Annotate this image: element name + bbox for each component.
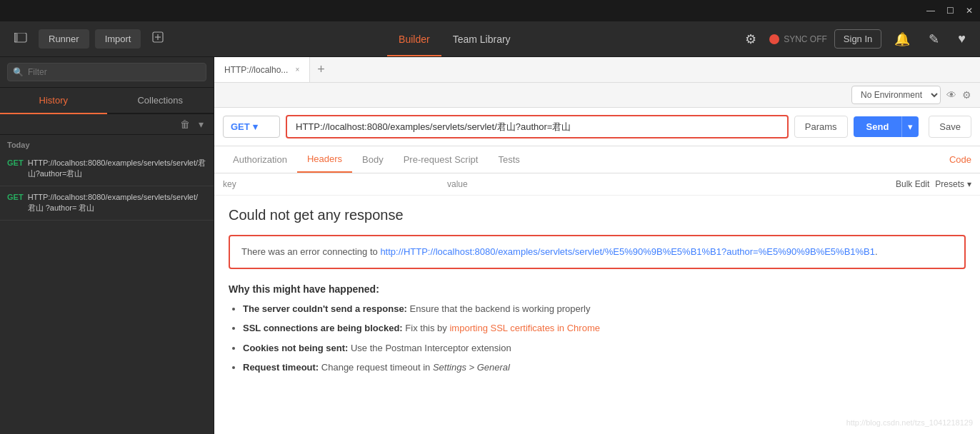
reason-text: Use the Postman Interceptor extension	[351, 343, 511, 353]
kv-header-row: key value Bulk Edit Presets ▾	[214, 173, 980, 196]
sub-tabs: Authorization Headers Body Pre-request S…	[214, 146, 980, 173]
sign-in-button[interactable]: Sign In	[834, 29, 881, 49]
list-item: The server couldn't send a response: Ens…	[243, 302, 966, 316]
environment-select[interactable]: No Environment	[851, 86, 941, 104]
method-badge: GET	[7, 158, 24, 167]
history-url: HTTP://localhost:8080/examples/servlets/…	[28, 192, 206, 214]
presets-label: Presets	[935, 179, 964, 189]
eye-icon-button[interactable]: 👁	[946, 89, 956, 101]
close-button[interactable]: ✕	[966, 6, 973, 16]
send-dropdown-button[interactable]: ▾	[901, 116, 919, 137]
list-item[interactable]: GET HTTP://localhost:8080/examples/servl…	[0, 186, 214, 221]
list-item: Request timeout: Change request timeout …	[243, 360, 966, 375]
request-response-area: HTTP://localho... × + No Environment 👁 ⚙…	[214, 57, 980, 434]
environment-bar: No Environment 👁 ⚙	[214, 83, 980, 108]
url-input[interactable]	[286, 115, 789, 138]
sidebar-tabs: History Collections	[0, 88, 214, 114]
runner-button[interactable]: Runner	[39, 29, 89, 49]
filter-input[interactable]	[7, 63, 206, 81]
tab-body[interactable]: Body	[352, 147, 394, 172]
svg-rect-1	[14, 33, 18, 42]
reason-strong: Request timeout:	[243, 362, 319, 373]
sync-area: SYNC OFF	[769, 34, 827, 44]
main-toolbar: Runner Import Builder Team Library ⚙ SYN…	[0, 21, 980, 57]
error-text: There was an error connecting to	[241, 246, 380, 257]
more-options-button[interactable]: ▾	[194, 117, 208, 131]
url-input-wrap	[286, 115, 789, 138]
error-suffix: .	[875, 246, 878, 257]
list-item: SSL connections are being blocked: Fix t…	[243, 321, 966, 335]
search-icon: 🔍	[13, 67, 24, 77]
tab-authorization[interactable]: Authorization	[223, 147, 297, 172]
sidebar-tab-collections[interactable]: Collections	[107, 88, 214, 113]
bulk-edit-button[interactable]: Bulk Edit	[896, 179, 929, 189]
response-title: Could not get any response	[229, 207, 966, 223]
new-tab-icon-button[interactable]	[146, 29, 169, 49]
code-link[interactable]: Code	[949, 147, 971, 172]
value-column-label: value	[447, 179, 896, 189]
history-url: HTTP://localhost:8080/examples/servlets/…	[28, 158, 206, 180]
sidebar-tab-history[interactable]: History	[0, 88, 107, 113]
sync-off-label: SYNC OFF	[784, 34, 827, 44]
reason-italic: Settings > General	[433, 362, 510, 373]
presets-arrow-icon: ▾	[967, 179, 971, 189]
settings-icon-button[interactable]: ⚙	[739, 29, 762, 50]
sidebar-filter-area: 🔍	[0, 57, 214, 88]
bell-icon-button[interactable]: 🔔	[889, 29, 916, 50]
sidebar-toolbar: 🗑 ▾	[0, 114, 214, 135]
why-title: Why this might have happened:	[229, 283, 966, 295]
list-item[interactable]: GET HTTP://localhost:8080/examples/servl…	[0, 152, 214, 186]
team-library-tab[interactable]: Team Library	[441, 22, 522, 56]
maximize-button[interactable]: ☐	[946, 6, 954, 16]
sidebar-icon	[14, 31, 27, 46]
method-arrow-icon: ▾	[253, 121, 258, 132]
reason-strong: Cookies not being sent:	[243, 343, 348, 353]
watermark: http://blog.csdn.net/tzs_1041218129	[846, 418, 973, 427]
pencil-icon-button[interactable]: ✎	[923, 29, 945, 50]
title-bar: — ☐ ✕	[0, 0, 980, 21]
presets-button[interactable]: Presets ▾	[935, 179, 971, 189]
error-box: There was an error connecting to http://…	[229, 235, 966, 269]
reason-text: Fix this by	[405, 323, 449, 333]
response-area: Could not get any response There was an …	[214, 196, 980, 434]
reason-strong: The server couldn't send a response:	[243, 303, 407, 314]
builder-tab[interactable]: Builder	[387, 22, 441, 56]
sidebar: 🔍 History Collections 🗑 ▾ Today GET HTTP…	[0, 57, 214, 434]
method-badge: GET	[7, 193, 24, 201]
sync-dot	[769, 34, 779, 44]
sidebar-toggle-button[interactable]	[9, 29, 33, 49]
save-button[interactable]: Save	[929, 116, 971, 138]
request-tab-label: HTTP://localho...	[224, 65, 288, 75]
request-tabs-bar: HTTP://localho... × +	[214, 57, 980, 83]
params-button[interactable]: Params	[794, 116, 848, 138]
close-tab-icon[interactable]: ×	[295, 66, 299, 74]
tab-tests[interactable]: Tests	[488, 147, 529, 172]
ssl-link[interactable]: importing SSL certificates in Chrome	[449, 323, 600, 333]
minimize-button[interactable]: —	[926, 6, 935, 16]
tab-pre-request-script[interactable]: Pre-request Script	[394, 147, 489, 172]
add-request-tab-button[interactable]: +	[310, 62, 332, 77]
env-settings-button[interactable]: ⚙	[962, 89, 971, 101]
send-button[interactable]: Send	[854, 116, 902, 137]
method-select[interactable]: GET ▾	[223, 116, 280, 138]
method-label: GET	[231, 121, 250, 132]
tab-headers[interactable]: Headers	[297, 146, 352, 173]
request-tab[interactable]: HTTP://localho... ×	[214, 57, 310, 82]
reason-strong: SSL connections are being blocked:	[243, 323, 403, 333]
history-section-label: Today	[0, 135, 214, 152]
delete-history-button[interactable]: 🗑	[176, 117, 194, 131]
list-item: Cookies not being sent: Use the Postman …	[243, 341, 966, 355]
key-column-label: key	[223, 179, 447, 189]
why-list: The server couldn't send a response: Ens…	[229, 302, 966, 375]
kv-actions: Bulk Edit Presets ▾	[896, 179, 971, 189]
url-bar: GET ▾ Params Send ▾ Save	[214, 108, 980, 146]
send-group: Send ▾	[854, 116, 919, 137]
main-layout: 🔍 History Collections 🗑 ▾ Today GET HTTP…	[0, 57, 980, 434]
reason-text: Ensure that the backend is working prope…	[410, 303, 591, 314]
heart-icon-button[interactable]: ♥	[952, 29, 971, 49]
error-link[interactable]: http://HTTP://localhost:8080/examples/se…	[380, 246, 875, 257]
import-button[interactable]: Import	[95, 29, 141, 49]
reason-text: Change request timeout in	[321, 362, 433, 373]
